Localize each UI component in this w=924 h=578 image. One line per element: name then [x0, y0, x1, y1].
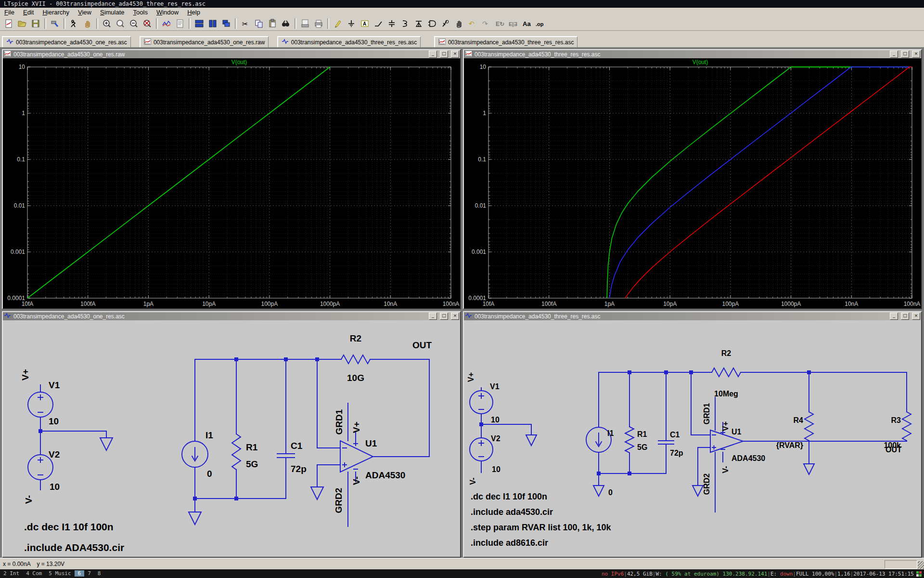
inductor-icon[interactable] [399, 18, 411, 29]
mirror-icon[interactable]: E|Ǝ [507, 18, 519, 29]
i1-value: 0 [608, 488, 613, 497]
spice-directives[interactable]: .dc dec I1 10f 100n .include ADA4530.cir [24, 521, 124, 553]
find-icon[interactable] [280, 18, 292, 29]
resize-grip[interactable] [918, 561, 924, 569]
voltage-source-v1[interactable] [28, 392, 53, 417]
zoom-back-icon[interactable] [114, 18, 127, 29]
copy-icon[interactable] [253, 18, 265, 29]
close-button[interactable]: × [451, 51, 459, 58]
voltage-source-v1[interactable] [470, 391, 493, 414]
workspace-tag-6[interactable]: 6 [75, 570, 85, 577]
y-tick-label: 1 [22, 110, 25, 117]
plot-canvas-three-res[interactable]: 10fA100fA1pA10pA100pA1000pA10nA100nA1010… [464, 58, 921, 308]
menu-window[interactable]: Window [152, 8, 183, 16]
menu-file[interactable]: File [0, 8, 19, 16]
schematic-canvas-one-res[interactable]: V1 10 V2 10 I1 0 R1 5G C1 72p R2 10G U1 … [3, 320, 460, 557]
close-button[interactable]: × [912, 313, 920, 320]
minimize-button[interactable]: _ [890, 51, 898, 58]
maximize-button[interactable]: □ [901, 313, 909, 320]
resistor-r4[interactable] [805, 412, 813, 441]
net-name-icon[interactable]: A [359, 18, 371, 29]
workspace-tag-5-music[interactable]: 5 Music [45, 570, 74, 577]
tab-1[interactable]: 003transimpedance_ada4530_one_res.asc [2, 36, 131, 47]
workspace-tag-2-int[interactable]: 2 Int [0, 570, 23, 577]
window-plot-three-res-titlebar[interactable]: 003transimpedance_ada4530_three_res_res.… [464, 50, 921, 58]
diode-icon[interactable] [412, 18, 425, 29]
schematic-icon [282, 39, 289, 46]
new-schematic-icon[interactable] [2, 18, 15, 29]
taskbar-segment: | [767, 571, 770, 577]
menu-view[interactable]: View [74, 8, 96, 16]
menu-hierarchy[interactable]: Hierarchy [38, 8, 74, 16]
tab-2[interactable]: 003transimpedance_ada4530_one_res.raw [140, 36, 269, 47]
halt-icon[interactable] [81, 18, 94, 29]
label-icon[interactable] [332, 18, 344, 29]
menu-simulate[interactable]: Simulate [96, 8, 129, 16]
spice-directive-icon[interactable]: .op [534, 18, 546, 29]
maximize-button[interactable]: □ [440, 313, 448, 320]
workspace-tag-7[interactable]: 7 [84, 570, 94, 577]
rotate-icon[interactable]: E↻ [493, 18, 506, 29]
save-icon[interactable] [29, 18, 42, 29]
print-icon[interactable] [312, 18, 325, 29]
plot-settings-icon[interactable] [160, 18, 173, 29]
paste-icon[interactable] [266, 18, 279, 29]
close-button[interactable]: × [912, 51, 920, 58]
window-schematic-three-res-titlebar[interactable]: 003transimpedance_ada4530_three_res_res.… [464, 312, 921, 320]
tab-3[interactable]: 003transimpedance_ada4530_three_res_res.… [277, 36, 421, 47]
window-schematic-one-res-titlebar[interactable]: 003transimpedance_ada4530_one_res.asc _ … [3, 312, 460, 320]
ground-icon[interactable] [345, 18, 358, 29]
drag-icon[interactable] [439, 18, 452, 29]
component-icon[interactable] [426, 18, 438, 29]
zoom-fit-icon[interactable] [141, 18, 154, 29]
schematic-canvas-three-res[interactable]: V1 10 V2 10 I1 0 R1 5G C1 72p R2 10Meg R… [464, 320, 921, 557]
resistor-r3[interactable] [902, 412, 911, 441]
tab-4[interactable]: 003transimpedance_ada4530_three_res_res.… [434, 36, 578, 47]
zoom-in-icon[interactable] [101, 18, 113, 29]
schematic-icon [6, 39, 13, 46]
app-title-bar[interactable]: LTspice XVII - 003transimpedance_ada4530… [0, 0, 924, 8]
capacitor-icon[interactable] [385, 18, 398, 29]
resistor-r1[interactable] [232, 434, 241, 470]
print-preview-icon[interactable] [299, 18, 311, 29]
menu-tools[interactable]: Tools [129, 8, 152, 16]
workspace-tag-8[interactable]: 8 [94, 570, 104, 577]
resistor-r2[interactable] [341, 355, 370, 364]
run-icon[interactable] [68, 18, 80, 29]
tile-horizontal-icon[interactable] [193, 18, 205, 29]
tile-vertical-icon[interactable] [206, 18, 219, 29]
move-icon[interactable] [453, 18, 465, 29]
maximize-button[interactable]: □ [901, 51, 909, 58]
control-panel-icon[interactable] [49, 18, 61, 29]
cut-icon[interactable]: ✂ [239, 18, 252, 29]
close-button[interactable]: × [451, 313, 459, 320]
minimize-button[interactable]: _ [429, 51, 437, 58]
directive-dc: .dc dec I1 10f 100n [471, 492, 547, 501]
capacitor-c1[interactable] [658, 441, 674, 444]
c1-value: 72p [670, 449, 683, 457]
voltage-source-v2[interactable] [470, 438, 493, 461]
resistor-r2[interactable] [712, 368, 741, 377]
redo-icon[interactable]: ↷ [480, 18, 492, 29]
wire-icon[interactable] [372, 18, 385, 29]
maximize-button[interactable]: □ [440, 51, 448, 58]
tab-bar: 003transimpedance_ada4530_one_res.asc003… [0, 31, 924, 47]
minimize-button[interactable]: _ [429, 313, 437, 320]
resistor-r1[interactable] [625, 427, 634, 453]
minimize-button[interactable]: _ [890, 313, 898, 320]
current-source-i1[interactable] [182, 441, 208, 467]
cascade-icon[interactable] [220, 18, 232, 29]
menu-edit[interactable]: Edit [19, 8, 38, 16]
plot-canvas-one-res[interactable]: 10fA100fA1pA10pA100pA1000pA10nA100nA1010… [3, 58, 460, 308]
spice-directives[interactable]: .dc dec I1 10f 100n .include ada4530.cir… [471, 492, 611, 548]
workspace-tag-4-com[interactable]: 4 Com [23, 570, 45, 577]
status-bar: x = 0.00nA y = 13.20V [0, 558, 924, 569]
text-icon[interactable]: Aa [520, 18, 533, 29]
netlist-icon[interactable] [174, 18, 186, 29]
window-plot-one-res-titlebar[interactable]: 003transimpedance_ada4530_one_res.raw _ … [3, 50, 460, 58]
open-icon[interactable] [16, 18, 28, 29]
zoom-out-icon[interactable] [128, 18, 140, 29]
capacitor-c1[interactable] [277, 454, 295, 458]
undo-icon[interactable]: ↶ [466, 18, 479, 29]
menu-help[interactable]: Help [183, 8, 205, 16]
